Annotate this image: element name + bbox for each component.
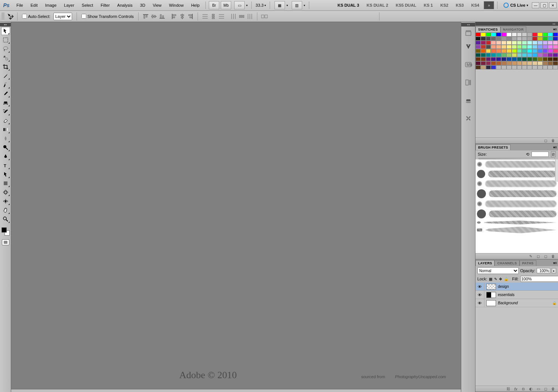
swatch[interactable]: [512, 61, 517, 65]
swatch-grid[interactable]: [475, 32, 558, 69]
swatch[interactable]: [553, 45, 558, 49]
swatch[interactable]: [512, 53, 517, 57]
swatch[interactable]: [543, 37, 548, 41]
swatch[interactable]: [491, 41, 496, 45]
swatch[interactable]: [537, 41, 543, 45]
arrange-docs-dropdown[interactable]: ▦: [274, 1, 288, 9]
quick-select-tool[interactable]: [1, 54, 10, 62]
swatch[interactable]: [491, 45, 496, 49]
swatch[interactable]: [481, 45, 486, 49]
clone-stamp-tool[interactable]: [1, 99, 10, 107]
swatch[interactable]: [522, 61, 527, 65]
dodge-tool[interactable]: [1, 143, 10, 152]
swatch[interactable]: [532, 37, 537, 41]
layer-fx-button[interactable]: fx: [513, 387, 518, 391]
swatch[interactable]: [501, 41, 506, 45]
swatch[interactable]: [548, 57, 553, 61]
visibility-toggle[interactable]: 👁: [477, 301, 482, 306]
menu-view[interactable]: View: [149, 1, 165, 9]
swatch[interactable]: [481, 57, 486, 61]
swatch[interactable]: [506, 65, 512, 69]
lock-position-button[interactable]: ✥: [499, 276, 502, 281]
tool-presets-panel-icon[interactable]: [463, 113, 474, 124]
swatch[interactable]: [537, 57, 543, 61]
swatch[interactable]: [475, 45, 481, 49]
history-panel-icon[interactable]: [463, 28, 474, 38]
gradient-tool[interactable]: [1, 125, 10, 134]
layer-thumbnail[interactable]: [486, 300, 496, 306]
swatch[interactable]: [501, 37, 506, 41]
swatch[interactable]: [548, 65, 553, 69]
auto-align-button[interactable]: [261, 13, 268, 20]
swatch[interactable]: [506, 61, 512, 65]
brush-preset[interactable]: [477, 209, 557, 218]
workspace-ks5-dual[interactable]: KS5 DUAL: [392, 1, 420, 9]
workspace-ks4[interactable]: KS4: [468, 1, 483, 9]
swatch[interactable]: [506, 41, 512, 45]
swatch[interactable]: [527, 41, 532, 45]
swatch[interactable]: [512, 41, 517, 45]
swatch[interactable]: [527, 65, 532, 69]
swatch[interactable]: [506, 49, 512, 53]
layer-thumbnail[interactable]: [486, 284, 496, 290]
swatch[interactable]: [486, 65, 491, 69]
swatch[interactable]: [496, 41, 501, 45]
lock-all-button[interactable]: 🔒: [504, 276, 508, 281]
swatch[interactable]: [527, 61, 532, 65]
swatch[interactable]: [496, 61, 501, 65]
pen-tool[interactable]: [1, 152, 10, 161]
brush-preset[interactable]: [477, 221, 557, 224]
swatch[interactable]: [517, 53, 522, 57]
workspace-ks2[interactable]: KS2: [437, 1, 452, 9]
swatch[interactable]: [527, 53, 532, 57]
swatch[interactable]: [537, 49, 543, 53]
swatch[interactable]: [475, 57, 481, 61]
actions-panel-icon[interactable]: [463, 41, 474, 52]
clone-source-panel-icon[interactable]: [463, 95, 474, 106]
color-picker[interactable]: [1, 227, 10, 236]
delete-swatch-button[interactable]: 🗑: [551, 139, 556, 143]
path-select-tool[interactable]: [1, 170, 10, 178]
swatch[interactable]: [543, 41, 548, 45]
distribute-hcenter-button[interactable]: [238, 13, 245, 20]
blend-mode-dropdown[interactable]: Normal: [477, 267, 519, 274]
align-bottom-button[interactable]: [158, 13, 166, 20]
new-layer-button[interactable]: ◻: [543, 387, 548, 391]
canvas-area[interactable]: Adobe © 2010 sourced from PhotographyUnc…: [11, 22, 461, 392]
swatch[interactable]: [522, 57, 527, 61]
swatch[interactable]: [512, 45, 517, 49]
menu-window[interactable]: Window: [165, 1, 187, 9]
swatch[interactable]: [475, 49, 481, 53]
swatch[interactable]: [491, 61, 496, 65]
swatch[interactable]: [491, 37, 496, 41]
swatch[interactable]: [486, 53, 491, 57]
panels-collapse-button[interactable]: ▸▸: [475, 22, 558, 26]
visibility-toggle[interactable]: 👁: [477, 284, 482, 289]
swatch[interactable]: [486, 57, 491, 61]
swatch[interactable]: [548, 41, 553, 45]
swatch[interactable]: [491, 32, 496, 37]
swatch[interactable]: [548, 61, 553, 65]
layer-thumbnail[interactable]: [486, 292, 496, 298]
swatch[interactable]: [543, 53, 548, 57]
swatch[interactable]: [548, 45, 553, 49]
swatch[interactable]: [512, 32, 517, 37]
layer-row[interactable]: 👁design: [475, 283, 558, 291]
swatch[interactable]: [548, 32, 553, 37]
swatch[interactable]: [481, 53, 486, 57]
swatch[interactable]: [506, 32, 512, 37]
swatch[interactable]: [537, 61, 543, 65]
swatch[interactable]: [527, 49, 532, 53]
swatch[interactable]: [548, 37, 553, 41]
align-right-button[interactable]: [187, 13, 194, 20]
swatch[interactable]: [537, 53, 543, 57]
swatch[interactable]: [553, 65, 558, 69]
swatch[interactable]: [481, 41, 486, 45]
swatch[interactable]: [501, 65, 506, 69]
brush-preset-view-button[interactable]: ◻: [536, 254, 541, 259]
swatch[interactable]: [486, 32, 491, 37]
swatch[interactable]: [522, 45, 527, 49]
swatch[interactable]: [512, 49, 517, 53]
brush-preset[interactable]: [477, 161, 557, 168]
swatch[interactable]: [543, 49, 548, 53]
